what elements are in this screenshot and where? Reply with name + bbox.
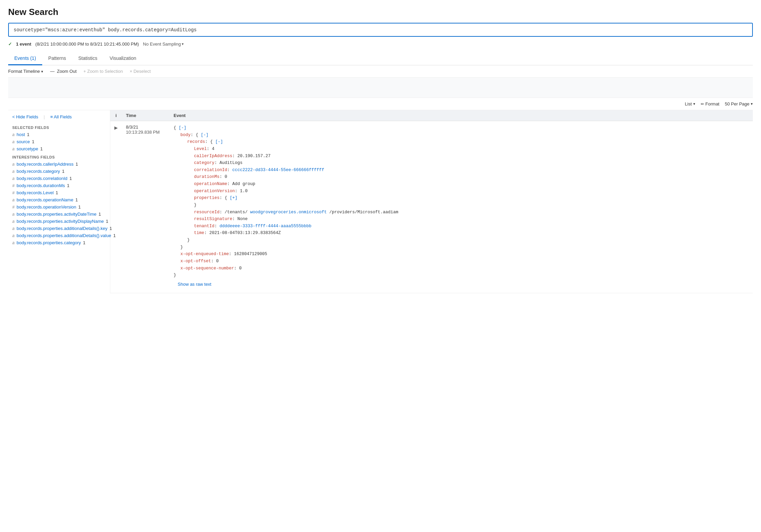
event-date: 8/3/21 <box>126 124 165 130</box>
ev-body-key: body: { [-] <box>180 132 749 139</box>
field-type-sourcetype: a <box>12 147 15 151</box>
ev-resourceid: resourceId: /tenants/ woodgrovegroceries… <box>194 209 749 216</box>
sidebar-divider: | <box>44 114 45 119</box>
per-page-label: 50 Per Page <box>725 101 749 106</box>
ev-records-close: } <box>187 237 749 244</box>
ev-tenantid-value[interactable]: ddddeeee-3333-ffff-4444-aaaa5555bbbb <box>220 224 311 229</box>
field-type-opname: a <box>12 198 15 202</box>
format-timeline-button[interactable]: Format Timeline <box>8 69 43 74</box>
field-name-sourcetype[interactable]: sourcetype <box>17 146 38 151</box>
results-table: i Time Event ▶ 8/3/21 10:13:29.838 PM <box>110 110 753 293</box>
tab-statistics[interactable]: Statistics <box>72 52 103 65</box>
toolbar-right: List Format 50 Per Page <box>685 101 753 106</box>
field-name-addldetails-key[interactable]: body.records.properties.additionalDetail… <box>17 226 108 231</box>
list-label: List <box>685 101 692 106</box>
sidebar-field-activitydate: a body.records.properties.activityDateTi… <box>8 211 110 218</box>
field-type-category: a <box>12 169 15 174</box>
row-time: 8/3/21 10:13:29.838 PM <box>122 121 169 293</box>
field-type-host: a <box>12 132 15 137</box>
field-name-durationms[interactable]: body.records.durationMs <box>17 183 65 188</box>
col-header-event: Event <box>169 110 753 121</box>
ev-collapse-body[interactable]: [-] <box>201 133 209 137</box>
sidebar-field-addldetails-key: a body.records.properties.additionalDeta… <box>8 225 110 232</box>
event-time: 10:13:29.838 PM <box>126 130 165 135</box>
tab-patterns[interactable]: Patterns <box>42 52 72 65</box>
ev-resourceid-link[interactable]: woodgrovegroceries.onmicrosoft <box>250 210 327 215</box>
ev-records-key: records: { [-] <box>187 138 749 146</box>
field-name-addldetails-value[interactable]: body.records.properties.additionalDetail… <box>17 233 111 238</box>
field-count-opname: 1 <box>75 197 78 202</box>
field-count-category: 1 <box>62 169 64 174</box>
interesting-fields-title: INTERESTING FIELDS <box>8 152 110 161</box>
sidebar-header: < Hide Fields | ≡ All Fields <box>8 114 110 123</box>
ev-callerip: callerIpAddress: 20.190.157.27 <box>194 153 749 160</box>
field-name-activitydate[interactable]: body.records.properties.activityDateTime <box>17 212 97 217</box>
field-name-activitydisplay[interactable]: body.records.properties.activityDisplayN… <box>17 219 104 224</box>
toolbar: List Format 50 Per Page <box>8 98 753 110</box>
field-name-opversion[interactable]: body.records.operationVersion <box>17 204 76 210</box>
selected-fields-title: SELECTED FIELDS <box>8 123 110 131</box>
field-name-prop-category[interactable]: body.records.properties.category <box>17 240 81 245</box>
ev-time: time: 2021-08-04T03:13:29.8383564Z <box>194 230 749 237</box>
hide-fields-button[interactable]: < Hide Fields <box>12 114 38 119</box>
tab-visualization[interactable]: Visualization <box>103 52 142 65</box>
page-title: New Search <box>8 7 753 17</box>
col-header-time: Time <box>122 110 169 121</box>
search-input[interactable] <box>14 27 747 33</box>
ev-xopt-offset: x-opt-offset: 0 <box>180 258 749 265</box>
sidebar-field-source: a source 1 <box>8 138 110 145</box>
search-bar-container <box>8 23 753 37</box>
check-icon: ✓ <box>8 41 12 47</box>
zoom-selection-button[interactable]: + Zoom to Selection <box>83 69 123 74</box>
field-name-callerip[interactable]: body.records.callerIpAddress <box>17 162 74 167</box>
field-name-correlationid[interactable]: body.records.correlationId <box>17 176 67 181</box>
row-event: { [-] body: { [-] records: { [-] Level: … <box>169 121 753 293</box>
results-area: i Time Event ▶ 8/3/21 10:13:29.838 PM <box>110 110 753 293</box>
deselect-button[interactable]: × Deselect <box>130 69 151 74</box>
tab-events[interactable]: Events (1) <box>8 52 42 65</box>
field-name-opname[interactable]: body.records.operationName <box>17 197 74 202</box>
ev-xopt-enqueued: x-opt-enqueued-time: 1628047129005 <box>180 251 749 258</box>
list-button[interactable]: List <box>685 101 695 106</box>
field-count-source: 1 <box>32 139 34 144</box>
field-name-source[interactable]: source <box>17 139 30 144</box>
ev-collapse-records[interactable]: [-] <box>215 139 223 144</box>
field-type-activitydate: a <box>12 212 15 217</box>
field-name-level[interactable]: body.records.Level <box>17 190 54 195</box>
field-type-callerip: a <box>12 162 15 167</box>
field-count-opversion: 1 <box>78 204 81 210</box>
main-content: < Hide Fields | ≡ All Fields SELECTED FI… <box>8 110 753 293</box>
sampling-button[interactable]: No Event Sampling <box>143 41 184 47</box>
time-range: (8/2/21 10:00:00.000 PM to 8/3/21 10:21:… <box>35 41 139 47</box>
all-fields-button[interactable]: ≡ All Fields <box>50 114 72 119</box>
sidebar-field-addldetails-value: a body.records.properties.additionalDeta… <box>8 232 110 239</box>
table-row: ▶ 8/3/21 10:13:29.838 PM { [-] body: { [… <box>110 121 753 293</box>
show-raw-button[interactable]: Show as raw text <box>174 279 749 289</box>
format-button[interactable]: Format <box>701 101 719 106</box>
field-type-durationms: # <box>12 183 15 188</box>
ev-xopt-seqnum: x-opt-sequence-number: 0 <box>180 265 749 272</box>
ev-correlationid-value[interactable]: cccc2222-dd33-4444-55ee-666666ffffff <box>232 168 324 172</box>
field-type-source: a <box>12 139 15 144</box>
per-page-button[interactable]: 50 Per Page <box>725 101 753 106</box>
format-label: Format <box>706 101 719 106</box>
sidebar-field-category: a body.records.category 1 <box>8 168 110 175</box>
row-expand-arrow[interactable]: ▶ <box>110 121 122 293</box>
timeline-chart <box>8 78 753 98</box>
field-name-host[interactable]: host <box>17 132 25 137</box>
ev-expand-properties[interactable]: [+] <box>230 196 238 200</box>
sidebar-field-opversion: # body.records.operationVersion 1 <box>8 203 110 211</box>
field-type-prop-category: a <box>12 240 15 245</box>
deselect-label: × Deselect <box>130 69 151 74</box>
zoom-out-button[interactable]: Zoom Out <box>50 69 77 74</box>
ev-collapse-root[interactable]: [-] <box>179 126 187 130</box>
ev-category: category: AuditLogs <box>194 160 749 167</box>
sidebar-field-host: a host 1 <box>8 131 110 138</box>
field-type-activitydisplay: a <box>12 219 15 224</box>
field-type-opversion: # <box>12 205 15 210</box>
sidebar-field-activitydisplay: a body.records.properties.activityDispla… <box>8 218 110 225</box>
field-name-category[interactable]: body.records.category <box>17 169 60 174</box>
ev-opversion: operationVersion: 1.0 <box>194 188 749 195</box>
pencil-icon <box>701 101 704 106</box>
format-timeline-label: Format Timeline <box>8 69 40 74</box>
